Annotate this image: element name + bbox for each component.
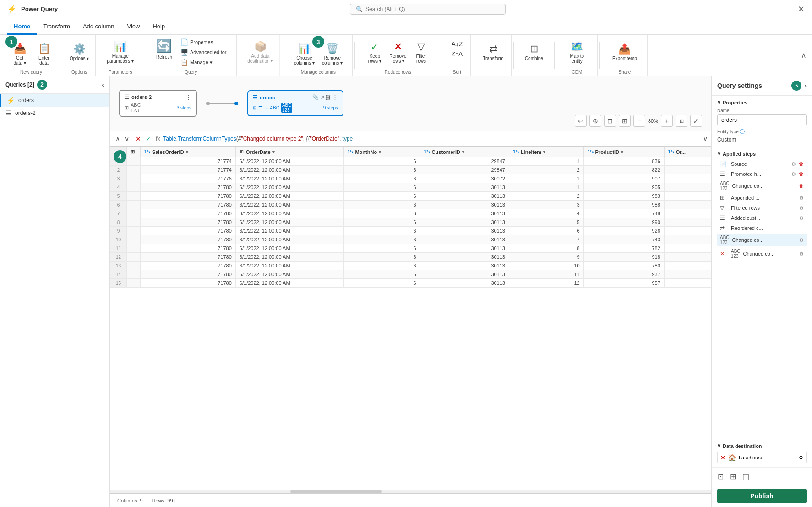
row-expand-icon[interactable] (127, 166, 141, 174)
search-input[interactable] (365, 6, 500, 12)
fullscreen-button[interactable]: ⤢ (690, 115, 702, 127)
monthno-filter-icon[interactable]: ▾ (379, 150, 381, 154)
sidebar-item-orders2[interactable]: ☰ orders-2 (0, 107, 109, 120)
row-expand-icon[interactable] (127, 174, 141, 183)
zoom-fit-button[interactable]: ⊡ (676, 115, 687, 127)
sort-za-button[interactable]: Z↑A (449, 49, 464, 59)
options-button[interactable]: ⚙️ Options ▾ (67, 41, 92, 63)
productid-filter-icon[interactable]: ▾ (621, 150, 623, 154)
manage-button[interactable]: 📋 Manage ▾ (179, 58, 229, 67)
scroll-thumb[interactable] (290, 490, 382, 493)
undo-button[interactable]: ↩ (575, 115, 587, 127)
add-data-destination-button[interactable]: 📦 Add datadestination ▾ (245, 39, 276, 65)
row-expand-icon[interactable] (127, 227, 141, 235)
grid-view-icon[interactable]: ⊞ (729, 471, 737, 482)
col-header-or[interactable]: 1²₃ Or... (664, 147, 711, 157)
step-changed1-delete-icon[interactable]: 🗑 (799, 183, 804, 189)
orders2-node-options-icon[interactable]: ⋮ (185, 93, 191, 100)
formula-down-button[interactable]: ∨ (123, 134, 131, 143)
step-filtered-gear-icon[interactable]: ⚙ (799, 205, 804, 211)
fit-button[interactable]: ⊡ (604, 115, 616, 127)
tab-view[interactable]: View (121, 19, 147, 35)
expand-button[interactable]: ⊞ (619, 115, 631, 127)
row-expand-icon[interactable] (127, 209, 141, 218)
col-header-monthno[interactable]: 1²₃ MonthNo ▾ (343, 147, 420, 157)
tab-add-column[interactable]: Add column (76, 19, 121, 35)
step-promoted-gear-icon[interactable]: ⚙ (791, 171, 796, 177)
col-header-customerid[interactable]: 1²₃ CustomerID ▾ (420, 147, 509, 157)
customerid-filter-icon[interactable]: ▾ (462, 150, 464, 154)
orders-node-options-icon[interactable]: ⋮ (332, 94, 338, 101)
row-expand-icon[interactable] (127, 235, 141, 244)
step-promoted-delete-icon[interactable]: 🗑 (799, 171, 804, 177)
zoom-in-button[interactable]: + (661, 115, 673, 127)
manage-parameters-button[interactable]: 📊 Manageparameters ▾ (104, 39, 136, 65)
filter-rows-button[interactable]: ▽ Filterrows (411, 39, 431, 65)
name-field-input[interactable] (717, 114, 807, 125)
destination-row[interactable]: ✕ 🏠 Lakehouse ⚙ (717, 452, 807, 463)
formula-cancel-button[interactable]: ✕ (134, 134, 143, 143)
step-changed-co2[interactable]: ABC123 Changed co... ⚙ (717, 234, 807, 246)
step-changed3-gear-icon[interactable]: ⚙ (799, 251, 804, 257)
step-reordered[interactable]: ⇄ Reordered c... (717, 224, 807, 233)
step-filtered-rows[interactable]: ▽ Filtered rows ⚙ (717, 203, 807, 213)
enter-data-button[interactable]: 📋 Enterdata (33, 41, 55, 67)
entity-type-info-icon[interactable]: ⓘ (740, 129, 745, 134)
row-expand-icon[interactable] (127, 279, 141, 288)
orderdate-filter-icon[interactable]: ▾ (272, 150, 275, 154)
orders-node-icon3[interactable]: 🖼 (326, 95, 331, 100)
destination-remove-icon[interactable]: ✕ (720, 454, 725, 461)
transform-button[interactable]: ⇄ Transform (480, 41, 506, 63)
step-changed-co3[interactable]: ✕ ABC123 Changed co... ⚙ (717, 247, 807, 260)
step-view-icon[interactable]: ⊡ (716, 471, 725, 482)
orders-node[interactable]: ☰ orders 📎 ↗ 🖼 ⋮ ⊞ ☰ ··· ABC ABC123 (247, 90, 343, 116)
destination-gear-icon[interactable]: ⚙ (799, 455, 803, 461)
sidebar-collapse-icon[interactable]: ‹ (102, 81, 104, 88)
schema-view-icon[interactable]: ◫ (741, 471, 751, 482)
orders2-node[interactable]: ☰ orders-2 ⋮ ⊞ ABC123 3 steps (119, 90, 197, 117)
step-promoted-h[interactable]: ☰ Promoted h... ⚙ 🗑 (717, 169, 807, 179)
formula-confirm-button[interactable]: ✓ (144, 134, 153, 143)
collapse-ribbon-button[interactable]: ∧ (799, 35, 808, 76)
panel-expand-icon[interactable]: › (804, 82, 807, 89)
horizontal-scrollbar[interactable] (110, 490, 711, 493)
step-changed-co1[interactable]: ABC123 Changed co... 🗑 (717, 180, 807, 192)
step-appended[interactable]: ⊞ Appended ... ⚙ (717, 193, 807, 202)
redo-button[interactable]: ⊕ (589, 115, 601, 127)
step-source-delete-icon[interactable]: 🗑 (799, 161, 804, 167)
row-expand-icon[interactable] (127, 262, 141, 270)
step-added-cust[interactable]: ☰ Added cust... ⚙ (717, 213, 807, 223)
formula-expand-button[interactable]: ∨ (703, 135, 708, 142)
orders-node-icon1[interactable]: 📎 (312, 94, 319, 100)
lineitem-filter-icon[interactable]: ▾ (543, 150, 545, 154)
tab-transform[interactable]: Transform (37, 19, 76, 35)
row-expand-icon[interactable] (127, 157, 141, 166)
row-expand-icon[interactable] (127, 253, 141, 262)
advanced-editor-button[interactable]: 🖥️ Advanced editor (179, 48, 229, 57)
row-expand-icon[interactable] (127, 183, 141, 192)
publish-button[interactable]: Publish (717, 489, 807, 503)
row-expand-icon[interactable] (127, 218, 141, 227)
row-expand-icon[interactable] (127, 270, 141, 279)
search-bar[interactable]: 🔍 (350, 4, 506, 15)
row-expand-icon[interactable] (127, 201, 141, 209)
col-header-salesorderid[interactable]: 1²₃ SalesOrderID ▾ (141, 147, 236, 157)
export-temp-button[interactable]: 📤 Export temp (610, 41, 640, 63)
step-appended-gear-icon[interactable]: ⚙ (799, 195, 804, 201)
combine-button[interactable]: ⊞ Combine (522, 41, 546, 63)
col-header-lineitem[interactable]: 1²₃ LineItem ▾ (509, 147, 583, 157)
zoom-out-button[interactable]: − (633, 115, 645, 127)
properties-button[interactable]: 📄 Properties (179, 38, 229, 47)
row-expand-icon[interactable] (127, 192, 141, 201)
remove-rows-button[interactable]: ✕ Removerows ▾ (387, 39, 409, 65)
orders-node-icon2[interactable]: ↗ (320, 94, 324, 100)
data-grid-container[interactable]: ⊞ 1²₃ SalesOrderID ▾ (110, 147, 711, 490)
step-source-gear-icon[interactable]: ⚙ (791, 161, 796, 167)
refresh-button[interactable]: 🔄 Refresh (153, 37, 175, 61)
keep-rows-button[interactable]: ✓ Keeprows ▾ (365, 39, 385, 65)
row-expand-icon[interactable] (127, 244, 141, 253)
tab-help[interactable]: Help (146, 19, 171, 35)
sort-az-button[interactable]: A↓Z (449, 39, 464, 49)
col-header-productid[interactable]: 1²₃ ProductID ▾ (583, 147, 664, 157)
map-to-entity-button[interactable]: 🗺️ Map toentity (567, 39, 587, 65)
